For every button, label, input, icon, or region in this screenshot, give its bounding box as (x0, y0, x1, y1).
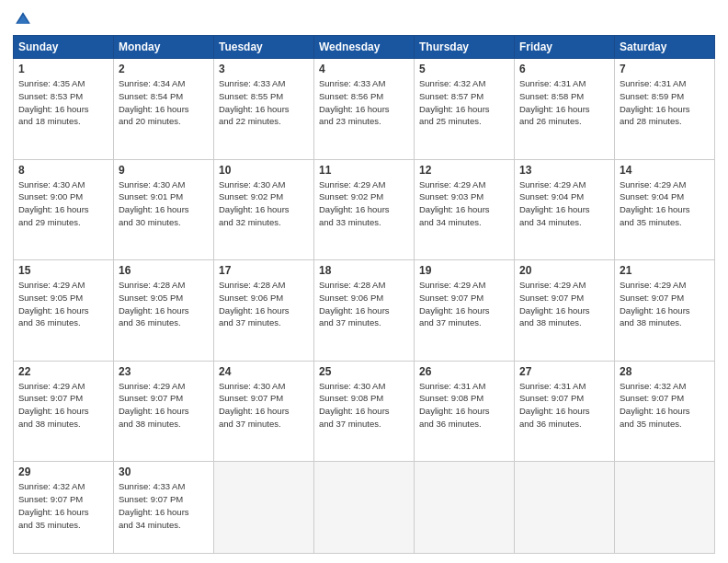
day-number: 25 (319, 365, 409, 378)
day-number: 17 (219, 264, 309, 277)
day-number: 24 (219, 365, 309, 378)
calendar-cell: 12Sunrise: 4:29 AMSunset: 9:03 PMDayligh… (415, 159, 515, 260)
col-header-tuesday: Tuesday (214, 36, 314, 59)
calendar-cell: 8Sunrise: 4:30 AMSunset: 9:00 PMDaylight… (14, 159, 114, 260)
page: SundayMondayTuesdayWednesdayThursdayFrid… (0, 0, 728, 563)
day-number: 26 (419, 365, 509, 378)
day-number: 9 (119, 164, 209, 177)
day-number: 13 (519, 164, 609, 177)
day-number: 10 (219, 164, 309, 177)
day-number: 15 (18, 264, 108, 277)
col-header-wednesday: Wednesday (314, 36, 415, 59)
day-info: Sunrise: 4:30 AMSunset: 9:01 PMDaylight:… (119, 178, 209, 229)
col-header-monday: Monday (114, 36, 214, 59)
week-row-3: 15Sunrise: 4:29 AMSunset: 9:05 PMDayligh… (14, 260, 715, 362)
calendar-cell: 11Sunrise: 4:29 AMSunset: 9:02 PMDayligh… (314, 159, 415, 260)
calendar-cell: 30Sunrise: 4:33 AMSunset: 9:07 PMDayligh… (114, 462, 214, 554)
calendar-cell: 24Sunrise: 4:30 AMSunset: 9:07 PMDayligh… (214, 361, 314, 462)
day-number: 22 (18, 365, 108, 378)
header (13, 9, 715, 29)
calendar-cell: 1Sunrise: 4:35 AMSunset: 8:53 PMDaylight… (14, 59, 114, 160)
calendar-cell: 19Sunrise: 4:29 AMSunset: 9:07 PMDayligh… (415, 260, 515, 362)
calendar-cell: 14Sunrise: 4:29 AMSunset: 9:04 PMDayligh… (615, 159, 715, 260)
calendar-cell: 6Sunrise: 4:31 AMSunset: 8:58 PMDaylight… (515, 59, 615, 160)
col-header-sunday: Sunday (14, 36, 114, 59)
calendar-cell: 5Sunrise: 4:32 AMSunset: 8:57 PMDaylight… (415, 59, 515, 160)
day-number: 5 (419, 63, 509, 75)
calendar-cell (515, 462, 615, 554)
calendar-cell: 25Sunrise: 4:30 AMSunset: 9:08 PMDayligh… (314, 361, 415, 462)
logo (13, 9, 36, 29)
day-info: Sunrise: 4:29 AMSunset: 9:07 PMDaylight:… (18, 380, 108, 431)
day-info: Sunrise: 4:31 AMSunset: 9:07 PMDaylight:… (519, 380, 609, 431)
day-info: Sunrise: 4:28 AMSunset: 9:05 PMDaylight:… (119, 279, 209, 329)
logo-icon (13, 9, 33, 29)
day-info: Sunrise: 4:31 AMSunset: 9:08 PMDaylight:… (419, 380, 509, 431)
calendar-cell: 29Sunrise: 4:32 AMSunset: 9:07 PMDayligh… (14, 462, 114, 554)
day-info: Sunrise: 4:33 AMSunset: 8:56 PMDaylight:… (319, 77, 409, 128)
col-header-friday: Friday (515, 36, 615, 59)
day-info: Sunrise: 4:32 AMSunset: 9:07 PMDaylight:… (620, 380, 710, 431)
week-row-2: 8Sunrise: 4:30 AMSunset: 9:00 PMDaylight… (14, 159, 715, 260)
day-number: 29 (18, 465, 108, 478)
calendar-cell: 15Sunrise: 4:29 AMSunset: 9:05 PMDayligh… (14, 260, 114, 362)
calendar-cell: 2Sunrise: 4:34 AMSunset: 8:54 PMDaylight… (114, 59, 214, 160)
calendar-cell: 28Sunrise: 4:32 AMSunset: 9:07 PMDayligh… (615, 361, 715, 462)
day-number: 4 (319, 63, 409, 75)
day-number: 27 (519, 365, 609, 378)
calendar-cell: 16Sunrise: 4:28 AMSunset: 9:05 PMDayligh… (114, 260, 214, 362)
day-info: Sunrise: 4:30 AMSunset: 9:08 PMDaylight:… (319, 380, 409, 431)
day-info: Sunrise: 4:30 AMSunset: 9:07 PMDaylight:… (219, 380, 309, 431)
calendar-cell: 3Sunrise: 4:33 AMSunset: 8:55 PMDaylight… (214, 59, 314, 160)
calendar-cell: 20Sunrise: 4:29 AMSunset: 9:07 PMDayligh… (515, 260, 615, 362)
day-number: 23 (119, 365, 209, 378)
day-number: 12 (419, 164, 509, 177)
day-number: 21 (620, 264, 710, 277)
day-number: 3 (219, 63, 309, 75)
calendar-cell: 21Sunrise: 4:29 AMSunset: 9:07 PMDayligh… (615, 260, 715, 362)
week-row-5: 29Sunrise: 4:32 AMSunset: 9:07 PMDayligh… (14, 462, 715, 554)
day-number: 2 (119, 63, 209, 75)
day-info: Sunrise: 4:29 AMSunset: 9:04 PMDaylight:… (519, 178, 609, 229)
day-number: 14 (620, 164, 710, 177)
day-info: Sunrise: 4:30 AMSunset: 9:02 PMDaylight:… (219, 178, 309, 229)
day-info: Sunrise: 4:29 AMSunset: 9:04 PMDaylight:… (620, 178, 710, 229)
day-number: 6 (519, 63, 609, 75)
day-info: Sunrise: 4:29 AMSunset: 9:07 PMDaylight:… (119, 380, 209, 431)
day-info: Sunrise: 4:34 AMSunset: 8:54 PMDaylight:… (119, 77, 209, 128)
day-info: Sunrise: 4:33 AMSunset: 9:07 PMDaylight:… (119, 480, 209, 531)
calendar-cell (214, 462, 314, 554)
day-number: 30 (119, 465, 209, 478)
day-number: 16 (119, 264, 209, 277)
calendar-cell: 23Sunrise: 4:29 AMSunset: 9:07 PMDayligh… (114, 361, 214, 462)
day-info: Sunrise: 4:29 AMSunset: 9:07 PMDaylight:… (620, 279, 710, 329)
calendar-table: SundayMondayTuesdayWednesdayThursdayFrid… (13, 35, 715, 554)
calendar-cell (314, 462, 415, 554)
week-row-1: 1Sunrise: 4:35 AMSunset: 8:53 PMDaylight… (14, 59, 715, 160)
day-info: Sunrise: 4:28 AMSunset: 9:06 PMDaylight:… (319, 279, 409, 329)
day-info: Sunrise: 4:32 AMSunset: 9:07 PMDaylight:… (18, 480, 108, 531)
day-number: 1 (18, 63, 108, 75)
day-info: Sunrise: 4:29 AMSunset: 9:07 PMDaylight:… (419, 279, 509, 329)
day-info: Sunrise: 4:29 AMSunset: 9:03 PMDaylight:… (419, 178, 509, 229)
day-info: Sunrise: 4:30 AMSunset: 9:00 PMDaylight:… (18, 178, 108, 229)
day-number: 28 (620, 365, 710, 378)
calendar-cell (615, 462, 715, 554)
calendar-cell: 27Sunrise: 4:31 AMSunset: 9:07 PMDayligh… (515, 361, 615, 462)
day-number: 18 (319, 264, 409, 277)
calendar-body: 1Sunrise: 4:35 AMSunset: 8:53 PMDaylight… (14, 59, 715, 554)
calendar-cell: 26Sunrise: 4:31 AMSunset: 9:08 PMDayligh… (415, 361, 515, 462)
day-info: Sunrise: 4:28 AMSunset: 9:06 PMDaylight:… (219, 279, 309, 329)
day-info: Sunrise: 4:31 AMSunset: 8:58 PMDaylight:… (519, 77, 609, 128)
calendar-cell: 4Sunrise: 4:33 AMSunset: 8:56 PMDaylight… (314, 59, 415, 160)
calendar-header-row: SundayMondayTuesdayWednesdayThursdayFrid… (14, 36, 715, 59)
day-info: Sunrise: 4:29 AMSunset: 9:05 PMDaylight:… (18, 279, 108, 329)
day-number: 19 (419, 264, 509, 277)
day-info: Sunrise: 4:29 AMSunset: 9:02 PMDaylight:… (319, 178, 409, 229)
calendar-cell: 7Sunrise: 4:31 AMSunset: 8:59 PMDaylight… (615, 59, 715, 160)
calendar-cell: 22Sunrise: 4:29 AMSunset: 9:07 PMDayligh… (14, 361, 114, 462)
calendar-cell: 17Sunrise: 4:28 AMSunset: 9:06 PMDayligh… (214, 260, 314, 362)
day-info: Sunrise: 4:32 AMSunset: 8:57 PMDaylight:… (419, 77, 509, 128)
week-row-4: 22Sunrise: 4:29 AMSunset: 9:07 PMDayligh… (14, 361, 715, 462)
day-info: Sunrise: 4:35 AMSunset: 8:53 PMDaylight:… (18, 77, 108, 128)
